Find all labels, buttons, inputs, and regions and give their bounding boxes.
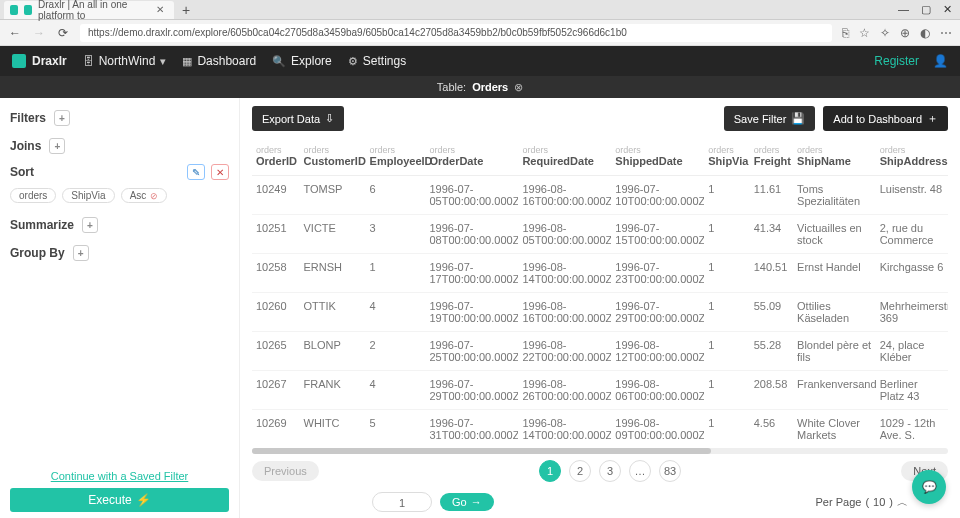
footer-bar: 1 Go→ Per Page (10) ︿ <box>240 488 960 518</box>
sort-chip-dir[interactable]: Asc⊘ <box>121 188 168 203</box>
new-tab-button[interactable]: + <box>174 1 198 19</box>
table-row[interactable]: 10258ERNSH11996-07-17T00:00:00.000Z1996-… <box>252 254 948 293</box>
table-row[interactable]: 10249TOMSP61996-07-05T00:00:00.000Z1996-… <box>252 176 948 215</box>
page-number-button[interactable]: 1 <box>539 460 561 482</box>
sort-delete-button[interactable]: ✕ <box>211 164 229 180</box>
table-cell: 1996-08-05T00:00:00.000Z <box>518 215 611 254</box>
pagination-row: Previous 123…83 Next <box>240 454 960 488</box>
db-selector[interactable]: 🗄 NorthWind ▾ <box>83 54 167 68</box>
register-link[interactable]: Register <box>874 54 919 68</box>
tab-close-icon[interactable]: ✕ <box>156 4 164 15</box>
chat-widget[interactable]: 💬 <box>912 470 946 504</box>
column-header[interactable]: ordersShipVia <box>704 139 749 176</box>
gear-icon: ⚙ <box>348 55 358 68</box>
page-number-button[interactable]: 83 <box>659 460 681 482</box>
table-cell: 1996-08-12T00:00:00.000Z <box>611 332 704 371</box>
column-header[interactable]: ordersOrderID <box>252 139 300 176</box>
table-cell: 11.61 <box>750 176 793 215</box>
horizontal-scrollbar[interactable] <box>252 448 948 454</box>
save-filter-button[interactable]: Save Filter💾 <box>724 106 816 131</box>
browser-address-bar: ← → ⟳ https://demo.draxlr.com/explore/60… <box>0 20 960 46</box>
table-row[interactable]: 10269WHITC51996-07-31T00:00:00.000Z1996-… <box>252 410 948 447</box>
nav-back-icon[interactable]: ← <box>8 26 22 40</box>
filters-section: Filters + <box>10 104 229 132</box>
export-data-button[interactable]: Export Data⇩ <box>252 106 344 131</box>
clear-table-icon[interactable]: ⊗ <box>514 81 523 94</box>
user-icon[interactable]: 👤 <box>933 54 948 68</box>
table-cell: OTTIK <box>300 293 366 332</box>
table-cell: 55.09 <box>750 293 793 332</box>
window-maximize-button[interactable]: ▢ <box>921 3 931 16</box>
go-button[interactable]: Go→ <box>440 493 494 511</box>
window-minimize-button[interactable]: — <box>898 3 909 16</box>
add-join-button[interactable]: + <box>49 138 65 154</box>
summarize-section: Summarize + <box>10 211 229 239</box>
search-icon: 🔍 <box>272 55 286 68</box>
table-cell: 1996-07-29T00:00:00.000Z <box>425 371 518 410</box>
app-navbar: Draxlr 🗄 NorthWind ▾ ▦ Dashboard 🔍 Explo… <box>0 46 960 76</box>
table-cell: 1996-07-08T00:00:00.000Z <box>425 215 518 254</box>
nav-reload-icon[interactable]: ⟳ <box>56 26 70 40</box>
profile-icon[interactable]: ◐ <box>920 26 930 40</box>
table-cell: 1 <box>704 410 749 447</box>
page-input[interactable]: 1 <box>372 492 432 512</box>
table-cell: Kirchgasse 6 <box>876 254 948 293</box>
saved-filter-link[interactable]: Continue with a Saved Filter <box>10 470 229 482</box>
results-table-wrapper[interactable]: ordersOrderIDordersCustomerIDordersEmplo… <box>240 139 960 446</box>
sort-chip-table[interactable]: orders <box>10 188 56 203</box>
column-header[interactable]: ordersShippedDate <box>611 139 704 176</box>
column-header[interactable]: ordersCustomerID <box>300 139 366 176</box>
table-cell: Luisenstr. 48 <box>876 176 948 215</box>
table-cell: 1 <box>704 176 749 215</box>
sort-chip-column[interactable]: ShipVia <box>62 188 114 203</box>
url-field[interactable]: https://demo.draxlr.com/explore/605b0ca0… <box>80 24 832 42</box>
column-header[interactable]: ordersShipName <box>793 139 876 176</box>
plus-icon: ＋ <box>927 111 938 126</box>
collections-icon[interactable]: ✧ <box>880 26 890 40</box>
add-to-dashboard-button[interactable]: Add to Dashboard＋ <box>823 106 948 131</box>
add-filter-button[interactable]: + <box>54 110 70 126</box>
window-close-button[interactable]: ✕ <box>943 3 952 16</box>
table-cell: 1996-07-31T00:00:00.000Z <box>425 410 518 447</box>
column-header[interactable]: ordersOrderDate <box>425 139 518 176</box>
table-cell: 140.51 <box>750 254 793 293</box>
page-number-button[interactable]: 3 <box>599 460 621 482</box>
table-row[interactable]: 10267FRANK41996-07-29T00:00:00.000Z1996-… <box>252 371 948 410</box>
add-summarize-button[interactable]: + <box>82 217 98 233</box>
table-row[interactable]: 10265BLONP21996-07-25T00:00:00.000Z1996-… <box>252 332 948 371</box>
table-cell: Blondel père et fils <box>793 332 876 371</box>
brand-logo[interactable]: Draxlr <box>12 54 67 68</box>
table-cell: 1 <box>704 215 749 254</box>
column-header[interactable]: ordersShipAddress <box>876 139 948 176</box>
table-cell: 1 <box>704 371 749 410</box>
execute-button[interactable]: Execute⚡ <box>10 488 229 512</box>
nav-settings[interactable]: ⚙ Settings <box>348 54 406 68</box>
column-header[interactable]: ordersFreight <box>750 139 793 176</box>
table-cell: 1 <box>704 254 749 293</box>
table-name: Orders <box>472 81 508 93</box>
table-cell: 1996-07-05T00:00:00.000Z <box>425 176 518 215</box>
table-cell: 2 <box>366 332 426 371</box>
nav-dashboard[interactable]: ▦ Dashboard <box>182 54 256 68</box>
sort-edit-button[interactable]: ✎ <box>187 164 205 180</box>
table-cell: VICTE <box>300 215 366 254</box>
more-icon[interactable]: ⋯ <box>940 26 952 40</box>
reader-icon[interactable]: ⎘ <box>842 26 849 40</box>
table-cell: BLONP <box>300 332 366 371</box>
browser-tab[interactable]: Draxlr | An all in one platform to ✕ <box>4 1 174 19</box>
add-groupby-button[interactable]: + <box>73 245 89 261</box>
nav-explore[interactable]: 🔍 Explore <box>272 54 332 68</box>
table-row[interactable]: 10251VICTE31996-07-08T00:00:00.000Z1996-… <box>252 215 948 254</box>
page-number-button[interactable]: … <box>629 460 651 482</box>
page-number-button[interactable]: 2 <box>569 460 591 482</box>
groupby-section: Group By + <box>10 239 229 267</box>
remove-sort-icon[interactable]: ⊘ <box>150 191 158 201</box>
table-cell: 1996-07-23T00:00:00.000Z <box>611 254 704 293</box>
column-header[interactable]: ordersEmployeeID <box>366 139 426 176</box>
favorite-icon[interactable]: ☆ <box>859 26 870 40</box>
per-page-selector[interactable]: Per Page (10) ︿ <box>816 495 908 510</box>
previous-page-button[interactable]: Previous <box>252 461 319 481</box>
table-row[interactable]: 10260OTTIK41996-07-19T00:00:00.000Z1996-… <box>252 293 948 332</box>
extension-icon[interactable]: ⊕ <box>900 26 910 40</box>
column-header[interactable]: ordersRequiredDate <box>518 139 611 176</box>
